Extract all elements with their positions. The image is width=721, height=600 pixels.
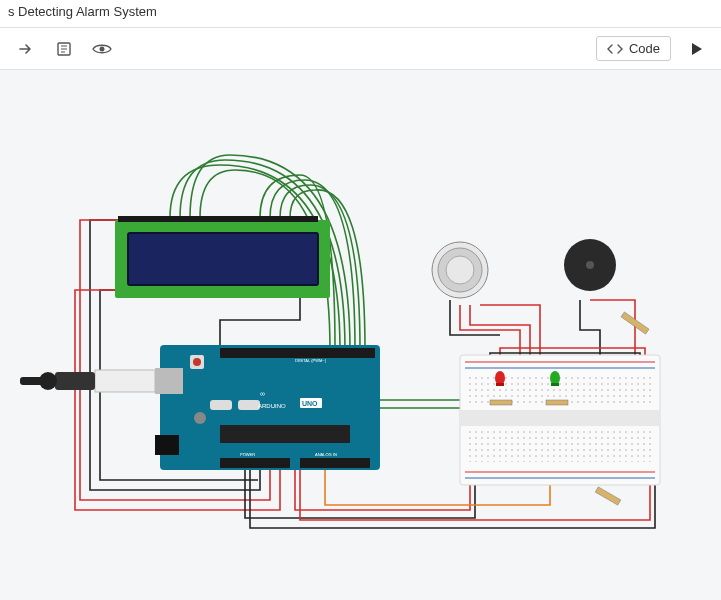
arduino-power-label: POWER [240,452,255,457]
share-icon [18,41,34,57]
svg-rect-28 [20,377,48,385]
arduino-analog-label: ANALOG IN [315,452,337,457]
view-button[interactable] [84,33,120,65]
gas-sensor[interactable] [432,242,488,298]
svg-point-18 [193,358,201,366]
svg-text:∞: ∞ [260,390,266,397]
code-icon [607,43,623,55]
code-button[interactable]: Code [596,36,671,61]
led-green[interactable] [550,371,560,386]
svg-rect-30 [460,410,660,426]
notes-icon [56,41,72,57]
usb-cable[interactable] [20,370,155,392]
svg-rect-4 [118,216,318,222]
piezo-buzzer[interactable] [564,239,616,291]
code-button-label: Code [629,41,660,56]
circuit-diagram: ∞ ARDUINO UNO DIGITAL (PWM~) POWER ANALO… [0,70,721,600]
title-bar: s Detecting Alarm System [0,0,721,28]
svg-point-38 [495,371,505,385]
svg-rect-44 [595,487,621,505]
resistor-red-led[interactable] [490,400,512,405]
svg-rect-39 [496,383,504,386]
svg-point-1 [100,46,105,51]
svg-point-7 [446,256,474,284]
notes-button[interactable] [46,33,82,65]
lcd-module[interactable] [115,216,330,298]
arduino-model-label: UNO [302,400,318,407]
eye-icon [92,42,112,56]
svg-point-40 [550,371,560,385]
arduino-uno[interactable]: ∞ ARDUINO UNO DIGITAL (PWM~) POWER ANALO… [155,345,380,470]
svg-rect-15 [155,368,183,394]
svg-point-9 [586,261,594,269]
svg-rect-42 [490,400,512,405]
breadboard[interactable] [460,355,660,485]
arduino-brand-label: ARDUINO [258,403,286,409]
resistor-bottom[interactable] [595,487,621,505]
svg-rect-43 [546,400,568,405]
svg-rect-19 [220,425,350,443]
play-icon [689,42,703,56]
svg-rect-26 [55,372,95,390]
svg-rect-20 [210,400,232,410]
svg-rect-3 [128,233,318,285]
circuit-canvas[interactable]: ∞ ARDUINO UNO DIGITAL (PWM~) POWER ANALO… [0,70,721,600]
svg-rect-16 [155,435,179,455]
svg-rect-41 [551,383,559,386]
svg-rect-36 [468,430,652,462]
share-button[interactable] [8,33,44,65]
svg-rect-21 [238,400,260,410]
resistor-green-led[interactable] [546,400,568,405]
svg-rect-14 [300,458,370,468]
project-title: s Detecting Alarm System [8,4,157,19]
arduino-digital-label: DIGITAL (PWM~) [295,358,327,363]
toolbar: Code [0,28,721,70]
run-button[interactable] [679,33,713,65]
led-red[interactable] [495,371,505,386]
svg-rect-25 [95,370,155,392]
svg-rect-12 [220,348,375,358]
svg-point-22 [194,412,206,424]
svg-rect-13 [220,458,290,468]
